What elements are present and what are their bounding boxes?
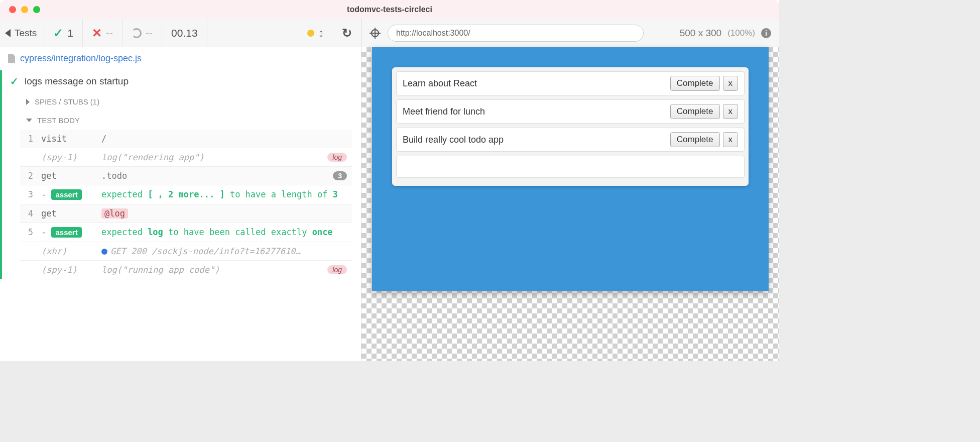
command-row[interactable]: (spy-1)log("rendering app")log xyxy=(20,148,352,167)
traffic-lights xyxy=(0,6,40,13)
assert-pill: assert xyxy=(51,189,81,200)
log-badge: log xyxy=(327,153,347,162)
command-row[interactable]: 1visit/ xyxy=(20,130,352,148)
titlebar: todomvc-tests-circleci xyxy=(0,0,779,19)
caret-down-icon xyxy=(26,119,32,122)
new-todo-input[interactable] xyxy=(396,156,745,178)
command-name: (spy-1) xyxy=(37,148,97,167)
command-name: (spy-1) xyxy=(37,261,97,279)
command-message: GET 200 /sockjs-node/info?t=16277610… xyxy=(97,242,352,261)
command-number xyxy=(20,261,37,279)
alias-pill: @log xyxy=(101,208,128,218)
todo-item: Learn about ReactCompletex xyxy=(396,71,745,95)
passed-count: ✓ 1 xyxy=(44,19,83,47)
command-name: - assert xyxy=(37,185,97,204)
pending-icon xyxy=(132,28,142,38)
viewport-zoom: (100%) xyxy=(727,28,755,38)
url-text: http://localhost:3000/ xyxy=(396,29,470,38)
test-body-section-header[interactable]: TEST BODY xyxy=(0,111,361,130)
todo-list: Learn about ReactCompletexMeet friend fo… xyxy=(392,67,749,186)
complete-button[interactable]: Complete xyxy=(670,132,720,147)
window-title: todomvc-tests-circleci xyxy=(0,5,779,14)
duration: 00.13 xyxy=(162,19,207,47)
todo-item: Build really cool todo appCompletex xyxy=(396,128,745,152)
command-message: expected log to have been called exactly… xyxy=(97,223,352,242)
test-body-label: TEST BODY xyxy=(37,116,80,125)
command-number: 3 xyxy=(20,185,37,204)
xhr-dot-icon xyxy=(101,249,107,255)
minimize-window-button[interactable] xyxy=(21,6,28,13)
passed-value: 1 xyxy=(67,27,73,39)
rerun-button[interactable] xyxy=(333,19,361,47)
viewport-area: Learn about ReactCompletexMeet friend fo… xyxy=(361,47,779,361)
info-icon[interactable]: i xyxy=(761,28,771,38)
assert-pill: assert xyxy=(51,227,81,238)
delete-button[interactable]: x xyxy=(723,132,739,147)
command-number xyxy=(20,242,37,261)
complete-button[interactable]: Complete xyxy=(670,104,720,119)
url-bar[interactable]: http://localhost:3000/ xyxy=(388,25,644,42)
chevron-left-icon xyxy=(5,29,11,37)
log-badge: log xyxy=(327,265,347,274)
command-name: (xhr) xyxy=(37,242,97,261)
viewport-toolbar: http://localhost:3000/ 500 x 300 (100%) … xyxy=(361,19,779,47)
command-number: 4 xyxy=(20,204,37,223)
zoom-window-button[interactable] xyxy=(33,6,40,13)
status-dot-icon xyxy=(307,30,314,37)
command-message: @log xyxy=(97,204,352,223)
spies-section-header[interactable]: SPIES / STUBS (1) xyxy=(0,92,361,111)
app-window: todomvc-tests-circleci Tests ✓ 1 ✕ -- xyxy=(0,0,779,361)
command-row[interactable]: 4get@log xyxy=(20,204,352,223)
command-message: .todo3 xyxy=(97,167,352,185)
pending-count: -- xyxy=(122,19,162,47)
reload-icon xyxy=(342,26,352,40)
failed-value: -- xyxy=(106,27,113,39)
delete-button[interactable]: x xyxy=(723,76,739,91)
command-number: 1 xyxy=(20,130,37,148)
complete-button[interactable]: Complete xyxy=(670,76,720,91)
command-name: get xyxy=(37,167,97,185)
selector-playground-button[interactable] xyxy=(370,28,381,39)
spec-bar: cypress/integration/log-spec.js xyxy=(0,47,361,70)
preview-panel: http://localhost:3000/ 500 x 300 (100%) … xyxy=(361,19,779,361)
command-message: log("running app code")log xyxy=(97,261,352,279)
reporter-toolbar: Tests ✓ 1 ✕ -- -- 00.13 xyxy=(0,19,361,47)
command-row[interactable]: (xhr)GET 200 /sockjs-node/info?t=1627761… xyxy=(20,242,352,261)
command-number: 2 xyxy=(20,167,37,185)
command-message: expected [ , 2 more... ] to have a lengt… xyxy=(97,185,352,204)
test-row[interactable]: ✓ logs message on startup xyxy=(0,70,361,92)
back-to-tests-button[interactable]: Tests xyxy=(0,19,44,47)
failed-count: ✕ -- xyxy=(83,19,122,47)
spies-label: SPIES / STUBS (1) xyxy=(35,97,99,106)
duration-value: 00.13 xyxy=(171,27,198,39)
command-number: 5 xyxy=(20,223,37,242)
reporter-panel: Tests ✓ 1 ✕ -- -- 00.13 xyxy=(0,19,361,361)
pending-value: -- xyxy=(146,27,153,39)
check-icon: ✓ xyxy=(53,26,63,40)
arrows-vertical-icon xyxy=(318,27,324,40)
x-icon: ✕ xyxy=(92,26,102,40)
close-window-button[interactable] xyxy=(9,6,16,13)
todo-text: Meet friend for lunch xyxy=(403,106,667,117)
todo-text: Build really cool todo app xyxy=(403,135,667,145)
command-log: 1visit/(spy-1)log("rendering app")log2ge… xyxy=(0,130,355,279)
auto-scroll-indicator[interactable] xyxy=(298,19,333,47)
todo-item: Meet friend for lunchCompletex xyxy=(396,99,745,124)
check-icon: ✓ xyxy=(10,75,19,87)
command-row[interactable]: (spy-1)log("running app code")log xyxy=(20,261,352,279)
test-title: logs message on startup xyxy=(25,76,129,87)
command-message: log("rendering app")log xyxy=(97,148,352,167)
command-row[interactable]: 3- assertexpected [ , 2 more... ] to hav… xyxy=(20,185,352,204)
command-name: get xyxy=(37,204,97,223)
app-under-test: Learn about ReactCompletexMeet friend fo… xyxy=(372,47,769,291)
command-row[interactable]: 5- assertexpected log to have been calle… xyxy=(20,223,352,242)
back-label: Tests xyxy=(15,28,37,39)
command-name: visit xyxy=(37,130,97,148)
spec-path-link[interactable]: cypress/integration/log-spec.js xyxy=(20,53,142,64)
file-icon xyxy=(8,54,15,63)
viewport-dimensions: 500 x 300 xyxy=(680,28,721,39)
command-row[interactable]: 2get.todo3 xyxy=(20,167,352,185)
command-message: / xyxy=(97,130,352,148)
delete-button[interactable]: x xyxy=(723,104,739,119)
count-badge: 3 xyxy=(333,171,347,180)
